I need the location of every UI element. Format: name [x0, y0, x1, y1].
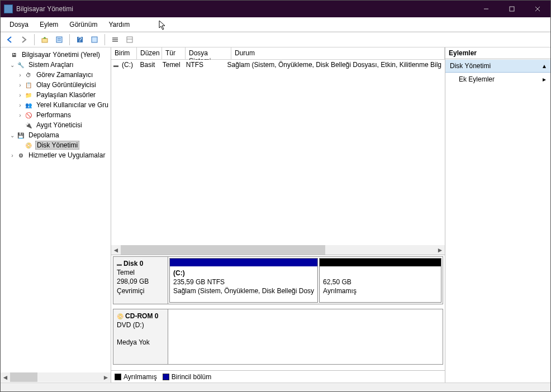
- action-group-diskmgmt[interactable]: Disk Yönetimi ▴: [445, 59, 550, 73]
- col-filesystem[interactable]: Dosya Sistemi: [186, 47, 231, 59]
- legend: Ayrılmamış Birincil bölüm: [111, 370, 445, 383]
- volume-list[interactable]: (C:) Basit Temel NTFS Sağlam (Sistem, Ön…: [111, 60, 445, 245]
- tree-scheduler[interactable]: › Görev Zamanlayıcı: [1, 70, 111, 80]
- swatch-primary: [163, 374, 169, 380]
- actions-header: Eylemler: [445, 47, 550, 59]
- app-icon: [4, 4, 13, 13]
- event-icon: [24, 80, 33, 89]
- scroll-right-icon[interactable]: ►: [101, 372, 111, 382]
- disk-icon: [24, 141, 33, 150]
- tree-storage[interactable]: ⌄ Depolama: [1, 130, 111, 140]
- swatch-unalloc: [115, 374, 121, 380]
- menu-file[interactable]: Dosya: [4, 18, 34, 31]
- disk-block-cdrom: CD-ROM 0 DVD (D:) Medya Yok: [113, 309, 443, 365]
- menu-view[interactable]: Görünüm: [64, 18, 103, 31]
- window-controls: [473, 1, 550, 17]
- refresh-button[interactable]: [88, 34, 101, 46]
- chevron-right-icon: ▸: [543, 75, 546, 83]
- tree-sharedfolders[interactable]: › Paylaşılan Klasörler: [1, 90, 111, 100]
- clock-icon: [24, 70, 33, 79]
- forward-button[interactable]: [17, 34, 31, 46]
- tools-icon: [16, 60, 25, 69]
- col-type[interactable]: Tür: [162, 47, 186, 59]
- close-button[interactable]: [525, 1, 550, 17]
- disk-info[interactable]: Disk 0 Temel 298,09 GB Çevrimiçi: [113, 257, 168, 304]
- svg-rect-5: [56, 37, 62, 42]
- collapse-icon: ▴: [543, 62, 546, 70]
- perf-icon: [24, 111, 33, 119]
- svg-rect-13: [112, 41, 118, 42]
- titlebar: Bilgisayar Yönetimi: [1, 1, 550, 17]
- tree-systools[interactable]: ⌄ Sistem Araçları: [1, 60, 111, 70]
- drive-icon: [113, 61, 118, 69]
- users-icon: [24, 101, 33, 109]
- toolbar: ?: [1, 32, 550, 47]
- scroll-thumb[interactable]: [121, 245, 325, 255]
- list-hscroll[interactable]: ◄ ►: [111, 245, 445, 255]
- minimize-button[interactable]: [473, 1, 499, 17]
- back-button[interactable]: [3, 34, 16, 46]
- properties-button[interactable]: [53, 34, 66, 46]
- menubar: Dosya Eylem Görünüm Yardım: [1, 17, 550, 32]
- services-icon: [16, 151, 25, 160]
- svg-rect-12: [112, 39, 118, 40]
- menu-help[interactable]: Yardım: [103, 18, 135, 31]
- svg-rect-4: [42, 39, 48, 42]
- tree-hscroll[interactable]: ◄ ►: [1, 372, 111, 382]
- view-detail-button[interactable]: [123, 34, 136, 46]
- storage-icon: [16, 131, 25, 140]
- disk-block: Disk 0 Temel 298,09 GB Çevrimiçi (C:) 23…: [113, 256, 443, 304]
- maximize-button[interactable]: [499, 1, 525, 17]
- scroll-left-icon[interactable]: ◄: [111, 245, 121, 255]
- tree-performance[interactable]: › Performans: [1, 110, 111, 120]
- action-more[interactable]: Ek Eylemler ▸: [445, 73, 550, 86]
- center-pane: Birim Düzen Tür Dosya Sistemi Durum (C:)…: [111, 47, 445, 383]
- view-list-button[interactable]: [108, 34, 122, 46]
- scroll-right-icon[interactable]: ►: [435, 245, 445, 255]
- volume-row[interactable]: (C:) Basit Temel NTFS Sağlam (Sistem, Ön…: [111, 60, 445, 70]
- computer-icon: [10, 50, 18, 59]
- partition-unallocated[interactable]: 62,50 GB Ayrılmamış: [319, 258, 441, 303]
- share-icon: [24, 90, 33, 99]
- svg-rect-1: [510, 7, 514, 11]
- tree-pane: Bilgisayar Yönetimi (Yerel) ⌄ Sistem Ara…: [1, 47, 111, 383]
- col-status[interactable]: Durum: [231, 47, 445, 59]
- scroll-left-icon[interactable]: ◄: [1, 372, 10, 382]
- up-button[interactable]: [38, 34, 51, 46]
- svg-rect-14: [127, 37, 132, 42]
- scroll-thumb[interactable]: [10, 372, 37, 382]
- tree-diskmgmt[interactable]: Disk Yönetimi: [1, 140, 111, 150]
- svg-rect-11: [112, 37, 118, 39]
- partition-bar-unalloc: [320, 259, 441, 266]
- window-title: Bilgisayar Yönetimi: [16, 5, 473, 13]
- actions-pane: Eylemler Disk Yönetimi ▴ Ek Eylemler ▸: [445, 47, 550, 383]
- statusbar: [1, 383, 550, 392]
- partition-c[interactable]: (C:) 235,59 GB NTFS Sağlam (Sistem, Önyü…: [169, 258, 318, 303]
- menu-action[interactable]: Eylem: [34, 18, 64, 31]
- col-volume[interactable]: Birim: [111, 47, 137, 59]
- volume-list-header: Birim Düzen Tür Dosya Sistemi Durum: [111, 47, 445, 60]
- svg-rect-10: [92, 37, 97, 42]
- disk-info-cdrom[interactable]: CD-ROM 0 DVD (D:) Medya Yok: [113, 309, 168, 364]
- tree-root[interactable]: Bilgisayar Yönetimi (Yerel): [1, 50, 111, 60]
- cdrom-icon: [117, 312, 124, 320]
- disk-map: Disk 0 Temel 298,09 GB Çevrimiçi (C:) 23…: [111, 255, 445, 370]
- device-icon: [24, 121, 33, 130]
- tree-devicemgr[interactable]: Aygıt Yöneticisi: [1, 120, 111, 130]
- drive-icon: [117, 260, 122, 267]
- tree-services[interactable]: › Hizmetler ve Uygulamalar: [1, 150, 111, 160]
- tree-localusers[interactable]: › Yerel Kullanıcılar ve Gru: [1, 100, 111, 110]
- col-layout[interactable]: Düzen: [137, 47, 162, 59]
- tree-eventviewer[interactable]: › Olay Görüntüleyicisi: [1, 80, 111, 90]
- help-button[interactable]: ?: [73, 34, 87, 46]
- svg-text:?: ?: [78, 36, 82, 44]
- partition-bar-primary: [170, 259, 317, 266]
